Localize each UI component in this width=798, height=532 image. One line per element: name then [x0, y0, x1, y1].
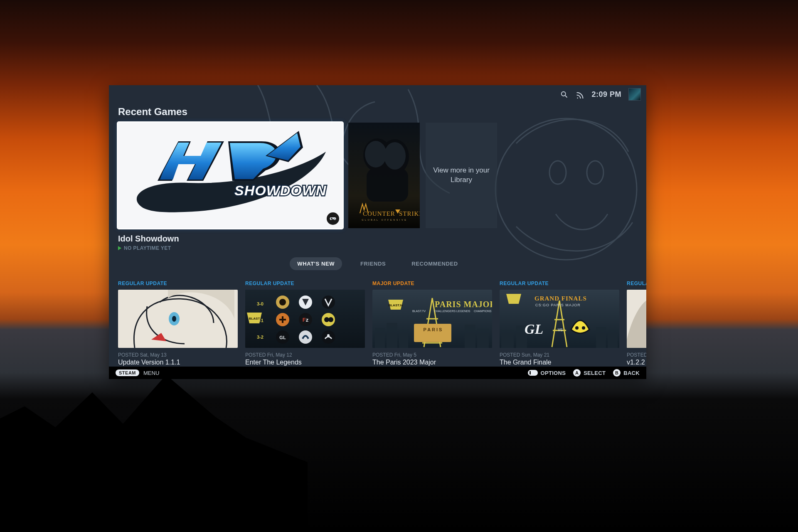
- svg-text:G L O B A L   O F F E N S I V : G L O B A L O F F E N S I V E: [362, 219, 406, 221]
- svg-text:Fz: Fz: [303, 317, 309, 323]
- update-headline: The Grand Finale: [500, 359, 619, 366]
- svg-rect-41: [465, 325, 475, 348]
- selected-game-title: Idol Showdown: [118, 234, 179, 244]
- svg-point-17: [172, 316, 176, 322]
- svg-line-2: [565, 96, 567, 98]
- update-thumb: GRAND FINALS CS:GO PARIS MAJOR GL vs: [500, 290, 619, 348]
- svg-point-31: [328, 317, 333, 322]
- section-title-recent-games: Recent Games: [118, 106, 187, 118]
- svg-point-36: [327, 334, 330, 337]
- svg-text:CHAMPIONS: CHAMPIONS: [474, 310, 492, 313]
- svg-text:BLAST.TV: BLAST.TV: [412, 310, 426, 313]
- update-thumb: BLAST.tv PARIS MAJOR BLAST.TV CHALLENGER…: [372, 290, 492, 348]
- hint-options-label: OPTIONS: [541, 370, 566, 376]
- svg-rect-9: [367, 168, 408, 202]
- selected-game-subtitle: NO PLAYTIME YET: [118, 245, 179, 251]
- update-tag: REGULAR UPDATE: [500, 281, 619, 286]
- update-card[interactable]: REGULAR UPDATE POSTED Sat, May 13 Update…: [118, 281, 238, 366]
- steam-pill[interactable]: STEAM: [116, 369, 139, 376]
- hint-options: OPTIONS: [528, 370, 566, 376]
- update-headline: Update Version 1.1.1: [118, 359, 238, 366]
- svg-point-34: [299, 330, 312, 344]
- hint-select-label: SELECT: [584, 370, 606, 376]
- update-headline: Enter The Legends: [245, 359, 365, 366]
- svg-text:3-0: 3-0: [257, 301, 264, 306]
- view-more-library-button[interactable]: View more in your Library: [426, 123, 497, 228]
- svg-text:BLAST.tv: BLAST.tv: [388, 303, 403, 307]
- tab-recommended[interactable]: RECOMMENDED: [404, 257, 465, 270]
- svg-text:GRAND FINALS: GRAND FINALS: [534, 295, 587, 302]
- clock: 2:09 PM: [591, 90, 621, 99]
- update-tag: REGULAR UPDATE: [118, 281, 238, 286]
- update-thumb: 3-0 3-1 3-2 BLAST Fz GL: [245, 290, 365, 348]
- svg-text:COUNTER: COUNTER: [363, 210, 395, 217]
- footer-menu-label: MENU: [143, 370, 159, 376]
- update-thumb: [627, 290, 646, 348]
- selected-game-meta: Idol Showdown NO PLAYTIME YET: [118, 234, 179, 251]
- update-headline: v1.2.2: [627, 359, 646, 366]
- steam-big-picture-window: 2:09 PM Recent Games: [109, 85, 646, 379]
- svg-text:SHOWDOWN: SHOWDOWN: [234, 182, 327, 198]
- svg-text:LEGENDS: LEGENDS: [456, 310, 470, 313]
- update-card[interactable]: REGULAR UPDATE 3-0 3-1 3-2 BLAST: [245, 281, 365, 366]
- update-posted: POSTED Sun, May 21: [500, 352, 619, 358]
- update-posted: POSTED: [627, 352, 646, 358]
- update-tag: REGULAR UPDATE: [627, 281, 646, 286]
- update-card[interactable]: MAJOR UPDATE BLAST.tv PARIS MAJOR: [372, 281, 492, 366]
- update-posted: POSTED Fri, May 12: [245, 352, 365, 358]
- svg-rect-40: [399, 330, 408, 348]
- svg-text:GL: GL: [279, 335, 286, 340]
- update-tag: MAJOR UPDATE: [372, 281, 492, 286]
- hint-back-label: BACK: [623, 370, 640, 376]
- svg-text:CHALLENGERS: CHALLENGERS: [434, 310, 456, 313]
- svg-text:STRIKE: STRIKE: [399, 210, 420, 217]
- svg-rect-52: [501, 330, 514, 348]
- svg-point-61: [582, 326, 585, 330]
- topbar: 2:09 PM: [554, 85, 646, 103]
- tab-whats-new[interactable]: WHAT'S NEW: [290, 257, 342, 270]
- svg-point-3: [577, 97, 579, 99]
- broadcast-icon[interactable]: [576, 90, 584, 99]
- update-headline: The Paris 2023 Major: [372, 359, 492, 366]
- game-card-selected[interactable]: SHOWDOWN: [118, 123, 342, 228]
- svg-rect-4: [118, 123, 342, 228]
- svg-text:P A R I S: P A R I S: [424, 327, 442, 332]
- view-more-label: View more in your Library: [433, 166, 490, 185]
- hint-select: A SELECT: [573, 369, 606, 377]
- game-card-csgo[interactable]: COUNTER STRIKE G L O B A L O F F E N S I…: [348, 123, 420, 228]
- svg-point-10: [365, 141, 387, 167]
- button-a-icon: A: [573, 369, 581, 377]
- svg-text:BLAST: BLAST: [249, 317, 260, 320]
- svg-text:GL: GL: [525, 321, 543, 337]
- content-tabs: WHAT'S NEW FRIENDS RECOMMENDED: [109, 257, 646, 270]
- update-card[interactable]: REGULAR UPDATE GRAND FINALS CS:GO PARIS …: [500, 281, 619, 366]
- svg-rect-42: [477, 329, 489, 348]
- svg-point-1: [562, 92, 566, 96]
- avatar[interactable]: [629, 89, 640, 100]
- controller-icon: [327, 212, 339, 225]
- hint-back: B BACK: [613, 369, 640, 377]
- update-thumb: [118, 290, 238, 348]
- svg-text:CS:GO PARIS MAJOR: CS:GO PARIS MAJOR: [535, 303, 581, 307]
- update-posted: POSTED Sat, May 13: [118, 352, 238, 358]
- update-card-truncated[interactable]: REGULAR UPDATE POSTED v1.2.2: [627, 281, 646, 366]
- svg-point-60: [575, 326, 579, 330]
- updates-row: REGULAR UPDATE POSTED Sat, May 13 Update…: [118, 281, 646, 366]
- svg-point-11: [384, 142, 406, 170]
- svg-rect-39: [387, 323, 397, 348]
- svg-rect-54: [596, 327, 606, 348]
- svg-text:PARIS MAJOR: PARIS MAJOR: [435, 300, 492, 309]
- footer-bar: STEAM MENU OPTIONS A SELECT B BACK: [109, 367, 646, 379]
- svg-text:3-2: 3-2: [257, 335, 264, 340]
- search-icon[interactable]: [560, 90, 568, 99]
- recent-games-row: SHOWDOWN: [118, 123, 646, 231]
- update-posted: POSTED Fri, May 5: [372, 352, 492, 358]
- button-b-icon: B: [613, 369, 621, 377]
- svg-rect-38: [375, 328, 385, 348]
- svg-rect-55: [608, 330, 618, 348]
- svg-text:vs: vs: [558, 327, 563, 332]
- options-button-icon: [528, 370, 538, 376]
- svg-rect-49: [414, 324, 451, 342]
- tab-friends[interactable]: FRIENDS: [353, 257, 393, 270]
- update-tag: REGULAR UPDATE: [245, 281, 365, 286]
